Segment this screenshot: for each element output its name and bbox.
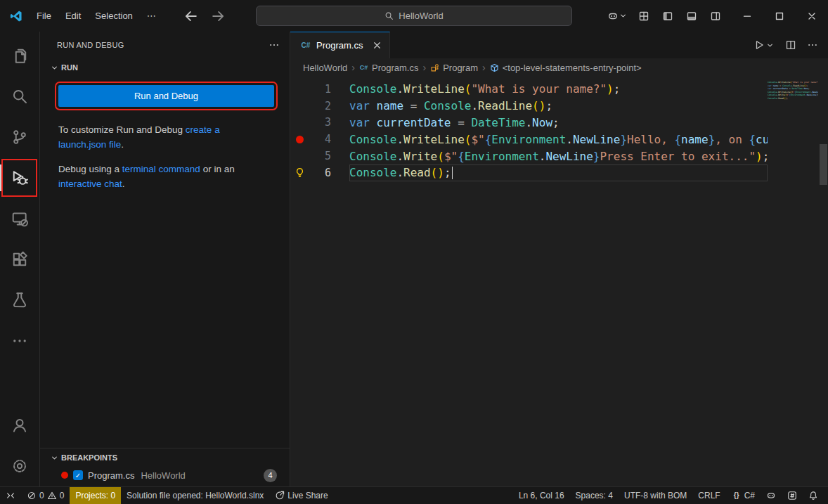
code-text: Console.Read(); xyxy=(349,166,768,179)
code-area: 1Console.WriteLine("What is your name?")… xyxy=(290,77,828,486)
explorer-icon xyxy=(11,47,28,64)
maximize-icon xyxy=(774,11,785,22)
run-section-header[interactable]: RUN xyxy=(40,58,290,77)
minimap[interactable]: Console.WriteLine("What is your name?");… xyxy=(768,81,818,486)
activity-bar-bottom xyxy=(0,405,39,486)
activity-item-remote-devices[interactable] xyxy=(0,198,39,239)
breakpoint-icon xyxy=(296,136,304,143)
split-editor-button[interactable] xyxy=(785,39,796,51)
minimap-line: Console.Read(); xyxy=(768,97,818,101)
status-solution[interactable]: Solution file opened: HelloWorld.slnx xyxy=(121,487,269,504)
copilot-button[interactable] xyxy=(605,6,630,26)
code-text: Console.WriteLine($"{Environment.NewLine… xyxy=(349,133,768,146)
menu-selection[interactable]: Selection xyxy=(88,6,139,26)
tab-program-cs[interactable]: C# Program.cs xyxy=(290,32,390,58)
live-share-icon xyxy=(275,491,285,500)
code-line-1: 1Console.WriteLine("What is your name?")… xyxy=(290,81,828,98)
menu-overflow[interactable]: ⋯ xyxy=(140,6,163,26)
text: . xyxy=(122,179,125,189)
error-icon xyxy=(27,491,37,500)
breadcrumb-label: HelloWorld xyxy=(303,63,347,73)
link-terminal-command[interactable]: terminal command xyxy=(122,164,200,174)
line-number: 1 xyxy=(309,83,331,96)
extensions-icon xyxy=(11,251,28,268)
breadcrumb-separator: › xyxy=(480,62,488,73)
run-and-debug-button[interactable]: Run and Debug xyxy=(58,85,274,107)
sidebar-run-and-debug: RUN AND DEBUG RUN Run and Debug To custo… xyxy=(40,32,290,486)
status-problems[interactable]: 00 xyxy=(21,487,70,504)
link-interactive-chat[interactable]: interactive chat xyxy=(58,179,122,189)
status-bar: 00Projects: 0Solution file opened: Hello… xyxy=(0,486,828,504)
maximize-button[interactable] xyxy=(763,0,796,32)
text: or in an xyxy=(200,164,235,174)
activity-item-search[interactable] xyxy=(0,76,39,117)
status-projects[interactable]: Projects: 0 xyxy=(70,487,121,504)
breakpoint-project: HelloWorld xyxy=(141,470,185,481)
copilot-icon xyxy=(607,11,619,22)
breadcrumb-label: Program xyxy=(443,63,478,73)
activity-item-more-views[interactable] xyxy=(0,321,39,361)
ellipsis-icon xyxy=(11,332,28,349)
sidebar-header: RUN AND DEBUG xyxy=(40,32,290,58)
menu-edit[interactable]: Edit xyxy=(58,6,88,26)
activity-item-accounts[interactable] xyxy=(0,405,39,446)
breadcrumb-program[interactable]: Program xyxy=(430,63,478,73)
status-notifications[interactable] xyxy=(803,487,824,504)
sidebar-paragraph: Debug using a terminal command or in an … xyxy=(58,162,269,191)
breakpoint-gutter[interactable] xyxy=(290,136,309,143)
minimize-button[interactable] xyxy=(731,0,763,32)
back-button[interactable] xyxy=(181,6,201,26)
command-center-search[interactable]: HelloWorld xyxy=(256,6,572,26)
toggle-secondary-sidebar-button[interactable] xyxy=(706,6,725,26)
forward-button[interactable] xyxy=(208,6,228,26)
activity-item-source-control[interactable] xyxy=(0,117,39,157)
panel-right-icon xyxy=(710,11,721,22)
toggle-primary-sidebar-button[interactable] xyxy=(658,6,678,26)
activity-item-run-and-debug[interactable] xyxy=(0,157,39,198)
chevron-down-icon xyxy=(765,41,775,50)
customize-layout-button[interactable] xyxy=(634,6,654,26)
breadcrumb-top-level-statements-entry-point[interactable]: <top-level-statements-entry-point> xyxy=(490,63,642,73)
breadcrumb-label: <top-level-statements-entry-point> xyxy=(503,63,642,73)
breadcrumb-helloworld[interactable]: HelloWorld xyxy=(303,63,347,73)
status-remote[interactable] xyxy=(0,487,21,504)
breadcrumb-program-cs[interactable]: C#Program.cs xyxy=(359,63,418,73)
views-more-icon[interactable] xyxy=(269,39,280,51)
breakpoint-checkbox[interactable] xyxy=(73,470,83,480)
toggle-panel-button[interactable] xyxy=(682,6,701,26)
gear-icon xyxy=(11,458,28,474)
code-lines: 1Console.WriteLine("What is your name?")… xyxy=(290,81,828,181)
close-button[interactable] xyxy=(796,0,828,32)
breakpoint-icon xyxy=(61,472,68,479)
breakpoints-header[interactable]: BREAKPOINTS xyxy=(40,448,290,467)
tab-close-icon[interactable] xyxy=(372,40,382,51)
csharp-file-icon: C# xyxy=(300,40,311,51)
lightbulb-gutter[interactable] xyxy=(290,167,309,178)
code-line-2: 2var name = Console.ReadLine(); xyxy=(290,98,828,115)
lightbulb-icon xyxy=(295,167,305,178)
status-indentation[interactable]: Spaces: 4 xyxy=(570,487,619,504)
panel-left-icon xyxy=(662,11,673,22)
status-eol[interactable]: CRLF xyxy=(692,487,725,504)
ellipsis-icon xyxy=(807,39,818,51)
activity-bar-top xyxy=(0,35,39,361)
text: To customize Run and Debug xyxy=(58,124,186,135)
label: C# xyxy=(744,491,755,500)
status-copilot[interactable] xyxy=(761,487,782,504)
activity-item-testing[interactable] xyxy=(0,280,39,321)
status-csharp-devkit[interactable] xyxy=(782,487,803,504)
menu-file[interactable]: File xyxy=(30,6,58,26)
breakpoint-row[interactable]: Program.cs HelloWorld 4 xyxy=(40,467,290,484)
activity-item-extensions[interactable] xyxy=(0,239,39,280)
status-live-share[interactable]: Live Share xyxy=(269,487,333,504)
status-cursor-position[interactable]: Ln 6, Col 16 xyxy=(513,487,570,504)
activity-item-settings[interactable] xyxy=(0,446,39,486)
scrollbar-thumb[interactable] xyxy=(820,144,827,185)
breakpoints-section: BREAKPOINTS Program.cs HelloWorld 4 xyxy=(40,448,290,486)
status-language-mode[interactable]: {}C# xyxy=(726,487,761,504)
status-encoding[interactable]: UTF-8 with BOM xyxy=(619,487,692,504)
activity-item-explorer[interactable] xyxy=(0,35,39,76)
text: . xyxy=(121,139,124,150)
editor-more-button[interactable] xyxy=(807,39,818,51)
run-or-debug-button[interactable] xyxy=(753,39,775,51)
